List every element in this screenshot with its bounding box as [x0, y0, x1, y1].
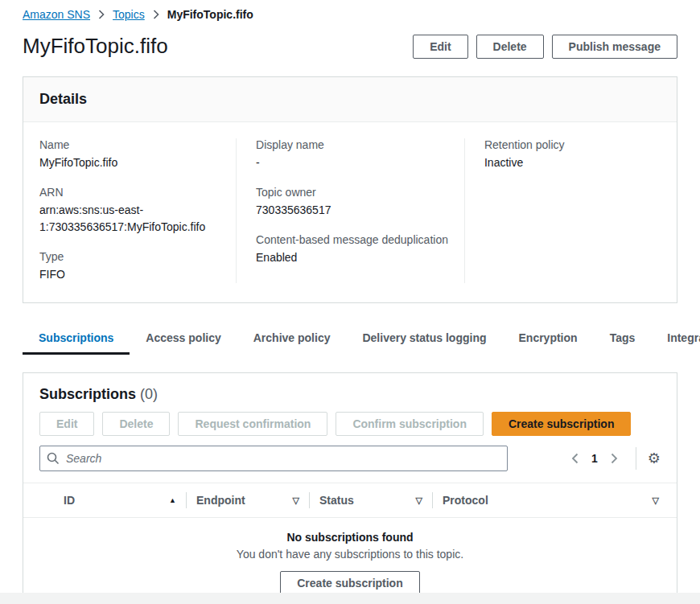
subscriptions-title: Subscriptions (0) [39, 386, 661, 403]
details-body: Name MyFifoTopic.fifo ARN arn:aws:sns:us… [23, 122, 677, 302]
field-value: Inactive [484, 154, 644, 171]
sns-topic-page: Amazon SNS Topics MyFifoTopic.fifo MyFif… [0, 0, 700, 604]
empty-state-description: You don't have any subscriptions to this… [39, 548, 661, 561]
tab-bar: Subscriptions Access policy Archive poli… [23, 324, 677, 355]
current-page-number[interactable]: 1 [583, 452, 606, 465]
create-subscription-button[interactable]: Create subscription [492, 412, 631, 436]
details-panel-header: Details [23, 77, 677, 122]
search-row: 1 ⚙ [39, 446, 661, 471]
search-icon [47, 452, 60, 467]
sort-ascending-icon: ▲ [169, 496, 176, 504]
subscriptions-panel: Subscriptions (0) Edit Delete Request co… [23, 372, 677, 604]
chevron-left-icon [571, 453, 579, 464]
field-label: Display name [256, 138, 448, 151]
details-panel: Details Name MyFifoTopic.fifo ARN arn:aw… [23, 76, 677, 303]
subscriptions-count: (0) [140, 386, 158, 402]
confirm-subscription-button: Confirm subscription [336, 412, 484, 436]
search-box [39, 446, 508, 471]
details-column-3: Retention policy Inactive [464, 138, 661, 283]
chevron-right-icon [98, 10, 105, 19]
page-bottom-strip [0, 593, 700, 604]
tab-access-policy[interactable]: Access policy [130, 324, 237, 355]
field-type: Type FIFO [39, 250, 220, 283]
empty-state-title: No subscriptions found [39, 531, 661, 544]
tab-integrations[interactable]: Integrations [651, 324, 700, 355]
next-page-button[interactable] [606, 450, 623, 467]
pagination: 1 ⚙ [566, 447, 661, 470]
field-label: Name [39, 138, 220, 151]
chevron-right-icon [153, 10, 159, 19]
page-header: MyFifoTopic.fifo Edit Delete Publish mes… [23, 34, 677, 59]
edit-subscription-button: Edit [39, 412, 94, 436]
edit-button[interactable]: Edit [413, 35, 467, 59]
sort-icon: ▽ [653, 495, 659, 506]
field-name: Name MyFifoTopic.fifo [39, 138, 220, 171]
field-label: Content-based message deduplication [256, 233, 448, 246]
page-title: MyFifoTopic.fifo [23, 34, 168, 59]
tab-archive-policy[interactable]: Archive policy [237, 324, 347, 355]
details-column-2: Display name - Topic owner 730335636517 … [236, 138, 464, 283]
delete-button[interactable]: Delete [476, 35, 544, 59]
breadcrumb-current: MyFifoTopic.fifo [167, 8, 253, 21]
field-display-name: Display name - [256, 138, 448, 171]
sort-icon: ▽ [293, 495, 299, 506]
delete-subscription-button: Delete [102, 412, 170, 436]
field-topic-owner: Topic owner 730335636517 [256, 186, 448, 219]
breadcrumb-link-amazon-sns[interactable]: Amazon SNS [23, 8, 90, 21]
column-header-endpoint[interactable]: Endpoint ▽ [196, 494, 299, 507]
empty-state: No subscriptions found You don't have an… [39, 518, 661, 595]
column-header-id[interactable]: ID ▲ [64, 494, 176, 507]
column-divider [309, 492, 310, 508]
tab-encryption[interactable]: Encryption [503, 324, 594, 355]
previous-page-button[interactable] [566, 450, 583, 467]
subscriptions-title-text: Subscriptions [39, 386, 136, 402]
column-divider [186, 492, 187, 508]
column-label: Endpoint [196, 494, 245, 507]
column-header-protocol[interactable]: Protocol ▽ [443, 494, 677, 507]
column-header-status[interactable]: Status ▽ [319, 494, 422, 507]
field-label: Type [39, 250, 220, 263]
breadcrumb: Amazon SNS Topics MyFifoTopic.fifo [23, 8, 677, 21]
tab-subscriptions[interactable]: Subscriptions [23, 324, 130, 355]
chevron-right-icon [611, 453, 618, 464]
field-retention-policy: Retention policy Inactive [484, 138, 644, 171]
field-deduplication: Content-based message deduplication Enab… [256, 233, 448, 266]
field-value: - [256, 154, 448, 171]
details-column-1: Name MyFifoTopic.fifo ARN arn:aws:sns:us… [39, 138, 236, 283]
field-value: Enabled [256, 249, 448, 266]
breadcrumb-link-topics[interactable]: Topics [113, 8, 145, 21]
tab-delivery-status-logging[interactable]: Delivery status logging [346, 324, 502, 355]
publish-message-button[interactable]: Publish message [552, 35, 677, 59]
subscriptions-toolbar: Edit Delete Request confirmation Confirm… [39, 412, 661, 436]
column-divider [432, 492, 433, 508]
field-value: 730335636517 [256, 202, 448, 219]
field-label: Retention policy [484, 138, 644, 151]
toolbar-divider [636, 447, 636, 470]
details-title: Details [39, 91, 661, 108]
tab-tags[interactable]: Tags [594, 324, 652, 355]
column-label: Status [319, 494, 354, 507]
empty-create-subscription-button[interactable]: Create subscription [280, 571, 419, 595]
field-value: arn:aws:sns:us-east-1:730335636517:MyFif… [39, 202, 220, 236]
field-value: MyFifoTopic.fifo [39, 154, 220, 171]
field-value: FIFO [39, 266, 220, 283]
preferences-gear-icon[interactable]: ⚙ [648, 451, 661, 466]
header-actions: Edit Delete Publish message [413, 35, 677, 59]
column-label: Protocol [443, 494, 488, 507]
sort-icon: ▽ [416, 495, 422, 506]
table-header: ID ▲ Endpoint ▽ Status ▽ Protocol ▽ [23, 483, 677, 518]
request-confirmation-button: Request confirmation [178, 412, 327, 436]
field-arn: ARN arn:aws:sns:us-east-1:730335636517:M… [39, 186, 220, 236]
field-label: Topic owner [256, 186, 448, 199]
search-input[interactable] [39, 446, 508, 471]
field-label: ARN [39, 186, 220, 199]
column-label: ID [64, 494, 75, 507]
